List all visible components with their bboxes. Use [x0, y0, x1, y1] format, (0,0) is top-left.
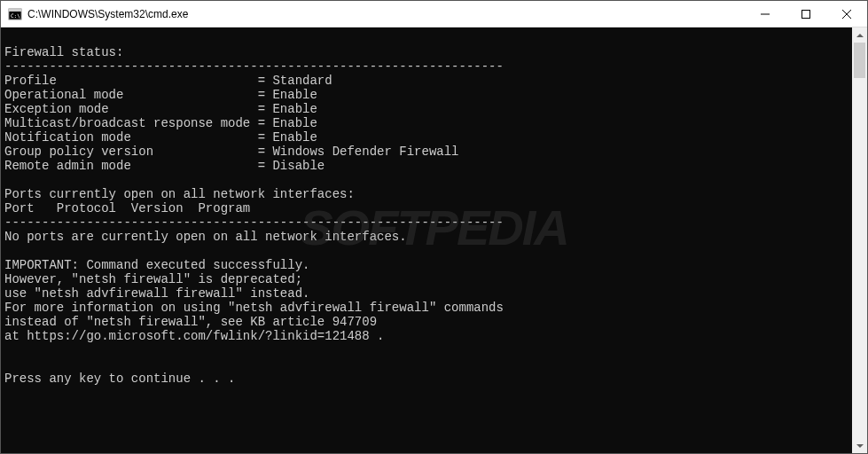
svg-marker-8	[856, 444, 864, 448]
cmd-icon: C:\	[8, 7, 22, 21]
title-bar[interactable]: C:\ C:\WINDOWS\System32\cmd.exe	[1, 1, 867, 27]
scroll-up-arrow[interactable]	[852, 27, 867, 43]
svg-rect-1	[9, 9, 21, 12]
vertical-scrollbar[interactable]	[852, 27, 867, 453]
scroll-thumb[interactable]	[854, 43, 865, 78]
svg-rect-4	[802, 10, 810, 18]
minimize-button[interactable]	[745, 1, 786, 27]
window-frame: C:\ C:\WINDOWS\System32\cmd.exe Firewall…	[0, 0, 868, 454]
terminal-output[interactable]: Firewall status: -----------------------…	[1, 27, 852, 453]
maximize-button[interactable]	[786, 1, 826, 27]
svg-text:C:\: C:\	[11, 12, 20, 19]
window-controls	[745, 1, 867, 27]
window-title: C:\WINDOWS\System32\cmd.exe	[27, 8, 745, 20]
content-area: Firewall status: -----------------------…	[1, 27, 867, 453]
svg-marker-7	[856, 34, 864, 37]
scroll-down-arrow[interactable]	[852, 438, 867, 453]
close-button[interactable]	[826, 1, 867, 27]
scroll-track[interactable]	[852, 43, 867, 438]
